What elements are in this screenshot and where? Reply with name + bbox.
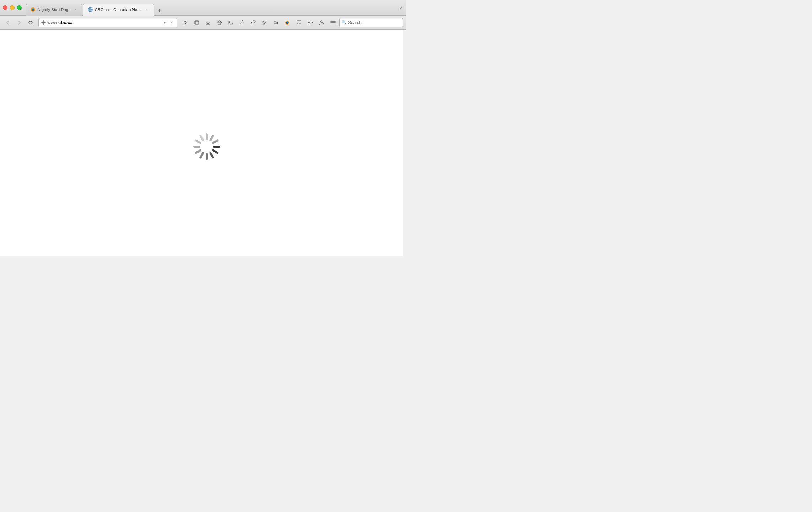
firefox-button[interactable]	[282, 18, 292, 28]
back2-button[interactable]	[226, 18, 236, 28]
extensions-button[interactable]	[271, 18, 281, 28]
bookmark-button[interactable]	[180, 18, 190, 28]
spinner-svg	[189, 129, 224, 164]
page-content	[0, 30, 406, 256]
svg-rect-19	[274, 21, 276, 23]
tab-cbc-favicon	[88, 7, 93, 12]
tab-nightly-favicon	[31, 7, 36, 12]
toolbar: www.cbc.ca ▾ ✕	[0, 16, 406, 30]
svg-point-24	[320, 21, 323, 23]
tab-nightly-label: Nightly Start Page	[38, 7, 71, 12]
svg-rect-31	[213, 146, 220, 148]
pin-button[interactable]	[237, 18, 247, 28]
tab-cbc-label: CBC.ca – Canadian News S...	[95, 7, 142, 12]
svg-rect-35	[199, 152, 204, 159]
window-controls	[3, 5, 22, 10]
resize-icon[interactable]: ⤢	[399, 5, 403, 11]
svg-rect-39	[199, 134, 204, 141]
feed-button[interactable]	[260, 18, 270, 28]
add-tab-button[interactable]: +	[155, 6, 165, 16]
url-display[interactable]: www.cbc.ca	[47, 20, 160, 25]
url-bar[interactable]: www.cbc.ca ▾ ✕	[38, 18, 177, 27]
settings-button[interactable]	[305, 18, 315, 28]
svg-rect-32	[212, 149, 219, 154]
url-favicon	[41, 20, 46, 25]
home-button[interactable]	[214, 18, 224, 28]
url-bar-actions: ▾ ✕	[161, 20, 175, 26]
chat-button[interactable]	[294, 18, 304, 28]
svg-point-22	[287, 21, 288, 23]
search-icon: 🔍	[342, 20, 347, 25]
menu-button[interactable]	[328, 18, 338, 28]
svg-point-18	[262, 24, 264, 25]
tabs-container: Nightly Start Page ✕ CBC.ca – Canadian N…	[26, 0, 399, 16]
tab-cbc-close[interactable]: ✕	[145, 7, 150, 12]
tab-nightly-close[interactable]: ✕	[73, 7, 78, 12]
svg-point-2	[32, 8, 34, 10]
svg-rect-36	[194, 149, 201, 154]
svg-rect-30	[212, 139, 219, 144]
svg-rect-28	[206, 133, 208, 140]
close-button[interactable]	[3, 5, 7, 10]
tools-button[interactable]	[248, 18, 258, 28]
forward-button[interactable]	[14, 18, 24, 28]
search-input[interactable]	[348, 20, 401, 25]
url-domain: cbc.ca	[58, 20, 72, 25]
tab-nightly[interactable]: Nightly Start Page ✕	[26, 4, 82, 16]
minimize-button[interactable]	[10, 5, 15, 10]
tab-cbc[interactable]: CBC.ca – Canadian News S... ✕	[83, 4, 154, 16]
url-prefix: www.	[47, 20, 58, 25]
loading-spinner	[189, 129, 217, 157]
reload-button[interactable]	[26, 18, 36, 28]
back-button[interactable]	[3, 18, 13, 28]
svg-rect-29	[209, 134, 214, 141]
maximize-button[interactable]	[17, 5, 22, 10]
svg-rect-16	[218, 23, 221, 25]
svg-rect-33	[209, 152, 214, 159]
search-bar[interactable]: 🔍	[339, 18, 403, 27]
title-bar: Nightly Start Page ✕ CBC.ca – Canadian N…	[0, 0, 406, 16]
bookmarks-button[interactable]	[191, 18, 201, 28]
download-button[interactable]	[203, 18, 213, 28]
svg-point-23	[309, 22, 311, 23]
svg-rect-38	[194, 139, 201, 144]
svg-rect-37	[193, 146, 200, 148]
scrollbar-track[interactable]	[403, 30, 406, 256]
svg-rect-34	[206, 153, 208, 160]
url-dropdown-button[interactable]: ▾	[161, 20, 168, 26]
url-clear-button[interactable]: ✕	[168, 20, 175, 26]
svg-rect-12	[195, 21, 199, 24]
profile-button[interactable]	[316, 18, 326, 28]
